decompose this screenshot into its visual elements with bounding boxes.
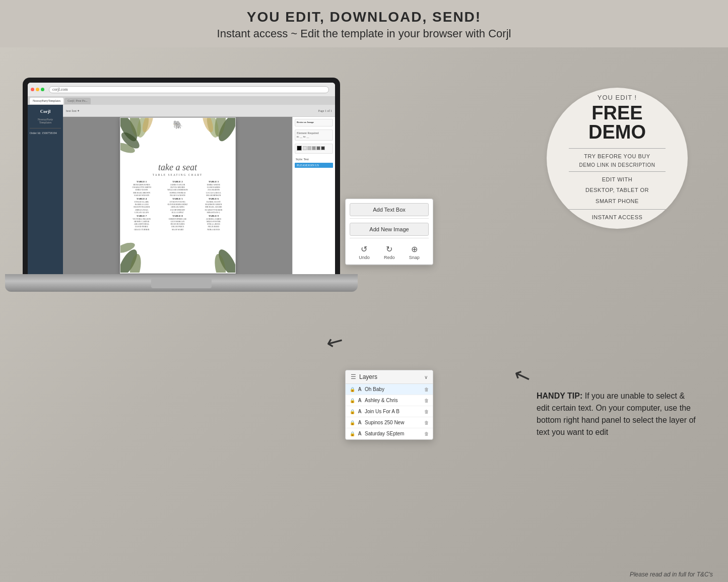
sidebar-text: NoorayPartyTemplates [30, 118, 61, 124]
laptop-screen-frame: corjl.com NoorayPartyTemplates Corjl | F… [23, 78, 340, 274]
arrow-to-layers: ↙ [322, 327, 349, 356]
demo-divider-2 [569, 171, 666, 172]
corjl-logo: Corjl [30, 109, 61, 114]
elephant-icon: 🐘 [120, 120, 235, 130]
layer-item-supinos[interactable]: 🔒 A Supinos 250 New 🗑 [346, 417, 433, 428]
svg-point-4 [120, 141, 136, 155]
demo-link-text: DEMO LINK IN DESCRIPTION [579, 162, 655, 169]
demo-divider-1 [569, 148, 666, 149]
layer-delete-icon-4[interactable]: 🗑 [424, 420, 429, 425]
demo-edit-with: EDIT WITH [602, 176, 633, 183]
layer-name-supinos: Supinos 250 New [365, 420, 422, 425]
layer-item-join-us[interactable]: 🔒 A Join Us For A B 🗑 [346, 406, 433, 417]
floating-tools-panel: Add Text Box Add New Image ↺ Undo ↻ Redo… [345, 199, 433, 265]
layer-delete-icon-2[interactable]: 🗑 [424, 398, 429, 403]
banner-title: YOU EDIT, DOWNLOAD, SEND! [0, 9, 728, 25]
tab-1-label: NoorayPartyTemplates [33, 99, 60, 102]
palette-swatch[interactable] [303, 146, 307, 150]
browser-url-bar[interactable]: corjl.com [49, 86, 329, 93]
table-2-label: TABLE 2 [160, 180, 195, 183]
seating-chart-title: take a seat [120, 162, 235, 173]
layer-delete-icon-5[interactable]: 🗑 [424, 431, 429, 436]
layer-delete-icon[interactable]: 🗑 [424, 387, 429, 392]
redo-tool[interactable]: ↻ Redo [384, 244, 395, 260]
layers-chevron-icon[interactable]: ∨ [424, 374, 428, 380]
browser-tabs: NoorayPartyTemplates Corjl | Free Fo... [28, 97, 335, 105]
layers-header-icon: ☰ [351, 373, 356, 380]
table-group-3: TABLE 3 EMMA WHITELIAM HARRISAVA MARTINL… [196, 180, 231, 197]
browser-tab-2[interactable]: Corjl | Free Fo... [64, 98, 91, 104]
hw-row: H: __ W: __ [297, 136, 331, 138]
table-group-6: TABLE 6 DANIEL SCOTTMADISON GREENMICHAEL… [196, 198, 231, 214]
layer-item-oh-baby[interactable]: 🔒 A Oh Baby 🗑 [346, 384, 433, 395]
banner-subtitle: Instant access ~ Edit the template in yo… [0, 27, 728, 40]
layer-type-text-icon-4: A [357, 420, 362, 425]
panel-color-section [295, 144, 333, 154]
redo-icon: ↻ [386, 244, 392, 254]
table-7-label: TABLE 7 [124, 215, 159, 217]
toolbar-page: Page 1 of 1 [318, 109, 332, 112]
table-9-label: TABLE 9 [196, 215, 231, 217]
svg-point-3 [120, 130, 142, 151]
panel-divider-2 [350, 238, 429, 238]
layer-type-text-icon-5: A [357, 431, 362, 436]
tab-2-label: Corjl | Free Fo... [68, 99, 88, 102]
palette-swatch[interactable] [321, 146, 325, 150]
table-9-names: AURORA JAMESMILES FOSTERSTELLA ROSSFELIX… [196, 218, 231, 231]
demo-smartphone: SMART PHONE [595, 198, 639, 205]
add-text-box-button[interactable]: Add Text Box [350, 203, 429, 216]
palette-swatch[interactable] [312, 146, 316, 150]
svg-point-9 [128, 253, 143, 273]
snap-icon: ⊕ [411, 244, 418, 254]
seating-tables-grid: TABLE 1 BENJAMIN JONESCHARLOTTE SMITHEMI… [120, 178, 235, 233]
table-group-8: TABLE 8 CHRISTOPHER LEELILY MORGANRYAN H… [160, 215, 195, 231]
browser-tab-1[interactable]: NoorayPartyTemplates [30, 98, 63, 104]
table-group-9: TABLE 9 AURORA JAMESMILES FOSTERSTELLA R… [196, 215, 231, 231]
table-8-names: CHRISTOPHER LEELILY MORGANRYAN HUGHESCHL… [160, 218, 195, 231]
svg-point-8 [120, 247, 141, 273]
handy-tip-label: HANDY TIP: [537, 392, 582, 400]
keyboard-touchpad [151, 278, 212, 288]
layer-type-text-icon-3: A [357, 409, 362, 414]
url-text: corjl.com [52, 87, 68, 92]
demo-instant-access: INSTANT ACCESS [592, 214, 643, 221]
layer-item-ashley-chris[interactable]: 🔒 A Ashley & Chris 🗑 [346, 395, 433, 406]
undo-tool[interactable]: ↺ Undo [359, 244, 370, 260]
palette-swatch[interactable] [316, 146, 320, 150]
table-1-label: TABLE 1 [124, 180, 159, 183]
laptop-screen-content: corjl.com NoorayPartyTemplates Corjl | F… [28, 83, 335, 274]
table-group-1: TABLE 1 BENJAMIN JONESCHARLOTTE SMITHEMI… [124, 180, 159, 197]
layer-name-ashley-chris: Ashley & Chris [365, 398, 422, 403]
demo-circle: YOU EDIT ! FREE DEMO TRY BEFORE YOU BUY … [547, 88, 688, 229]
layer-lock-icon-5: 🔒 [350, 431, 355, 436]
color-row [297, 146, 331, 151]
layer-lock-icon-3: 🔒 [350, 409, 355, 414]
table-group-2: TABLE 2 JAMES TAYLOROLIVIA MOOREWILLIAM … [160, 180, 195, 197]
layer-lock-icon-2: 🔒 [350, 398, 355, 403]
table-5-names: EVELYN YOUNGOLIVER HERNANDEZABIGAIL KING… [160, 201, 195, 214]
undo-icon: ↺ [361, 244, 367, 254]
demo-divider-3 [569, 209, 666, 210]
palette-swatch[interactable] [307, 146, 311, 150]
text-selected-indicator: PLEASEJOIN US [295, 163, 333, 168]
layer-lock-icon: 🔒 [350, 387, 355, 392]
corjl-content: 🐘 take a seat TABLE SEATING CHART TABLE … [63, 117, 335, 274]
panel-element-section: Element Required H: __ W: __ [295, 130, 333, 141]
corjl-right-panel: Resize as Image Element Required H: __ W… [292, 117, 335, 274]
table-6-names: DANIEL SCOTTMADISON GREENMICHAEL ADAMSSC… [196, 201, 231, 214]
seating-chart: 🐘 take a seat TABLE SEATING CHART TABLE … [120, 117, 236, 274]
layer-delete-icon-3[interactable]: 🗑 [424, 409, 429, 414]
resize-label: Resize as Image [297, 121, 331, 123]
snap-tool[interactable]: ⊕ Snap [409, 244, 420, 260]
layer-item-saturday[interactable]: 🔒 A Saturday SEptem 🗑 [346, 428, 433, 439]
add-new-image-button[interactable]: Add New Image [350, 223, 429, 236]
svg-point-12 [213, 253, 227, 273]
toolbar-text: best font ✦ [66, 109, 80, 112]
laptop-keyboard [5, 274, 358, 292]
browser-dot-yellow [36, 88, 39, 91]
browser-dot-green [41, 88, 44, 91]
element-required-label: Element Required [297, 132, 331, 135]
arrow-to-handy-tip: ↙ [511, 363, 535, 391]
layer-type-text-icon: A [357, 386, 362, 392]
color-swatch[interactable] [297, 146, 302, 151]
